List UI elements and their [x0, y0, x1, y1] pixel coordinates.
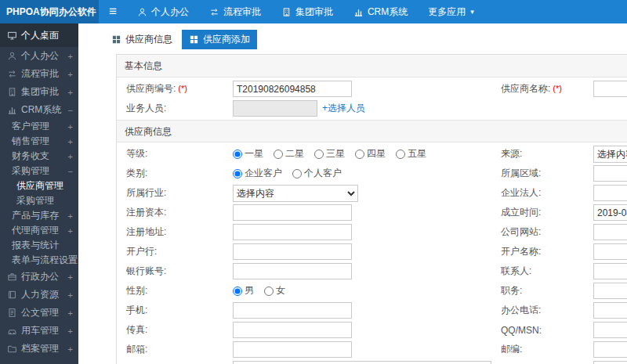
sidebar-item-sales-mgmt[interactable]: 销售管理 + — [0, 134, 78, 149]
gender-option-male[interactable]: 男 — [233, 284, 254, 297]
expand-toggle[interactable]: + — [67, 152, 73, 161]
topnav-crm-system[interactable]: CRM系统 — [343, 0, 418, 23]
caret-down-icon: ▾ — [470, 8, 474, 16]
extra-field[interactable] — [593, 361, 627, 364]
radio-input[interactable] — [274, 150, 283, 159]
grid-icon — [111, 34, 121, 45]
expand-toggle[interactable]: + — [67, 137, 73, 146]
qq-msn-field[interactable] — [593, 322, 627, 338]
topnav-more-apps[interactable]: 更多应用 ▾ — [418, 0, 484, 23]
bank-account-field[interactable] — [233, 263, 352, 279]
industry-select[interactable]: 选择内容 — [233, 185, 358, 202]
sidebar-item-vehicle-mgmt[interactable]: 用车管理 + — [0, 322, 78, 340]
sales-person-field[interactable] — [233, 100, 317, 117]
sidebar-item-agent-mgmt[interactable]: 代理商管理 + — [0, 223, 78, 238]
level-option-5star[interactable]: 五星 — [396, 147, 426, 160]
expand-toggle[interactable]: + — [67, 308, 73, 318]
radio-input[interactable] — [233, 150, 242, 159]
expand-toggle[interactable]: + — [67, 344, 73, 354]
expand-toggle[interactable]: + — [67, 326, 73, 336]
sidebar-item-archive-mgmt[interactable]: 档案管理 + — [0, 340, 78, 358]
bank-field[interactable] — [233, 243, 352, 260]
expand-toggle[interactable]: + — [67, 272, 73, 282]
office-phone-label: 办公电话: — [501, 305, 541, 315]
fax-field[interactable] — [233, 322, 352, 338]
sidebar-label: 采购管理 — [16, 194, 54, 207]
level-option-2star[interactable]: 二星 — [274, 147, 304, 160]
topnav-group-approval[interactable]: 集团审批 — [271, 0, 343, 23]
radio-input[interactable] — [233, 169, 242, 178]
collapse-toggle[interactable]: − — [67, 106, 73, 115]
sidebar-item-admin-office[interactable]: 行政办公 + — [0, 268, 78, 286]
sidebar-item-customer-mgmt[interactable]: 客户管理 + — [0, 119, 78, 134]
account-name-field[interactable] — [593, 243, 627, 260]
expand-toggle[interactable]: + — [67, 52, 73, 61]
sidebar-item-supplier-mgmt[interactable]: 供应商管理 — [0, 178, 78, 193]
radio-input[interactable] — [233, 287, 242, 296]
sidebar-item-personal-office[interactable]: 个人办公 + — [0, 47, 78, 65]
founded-date-field[interactable] — [593, 204, 627, 221]
required-mark: (*) — [178, 84, 187, 93]
expand-toggle[interactable]: + — [67, 226, 73, 236]
expand-toggle[interactable]: + — [67, 290, 73, 300]
topnav-workflow-approval[interactable]: 流程审批 — [199, 0, 271, 23]
user-icon — [7, 51, 17, 61]
gender-radio-group: 男 女 — [233, 284, 501, 297]
tab-supplier-add[interactable]: 供应商添加 — [182, 30, 257, 49]
sidebar-label: 档案管理 — [21, 342, 59, 355]
topnav-label: 流程审批 — [223, 5, 261, 19]
email-field[interactable] — [233, 341, 352, 358]
contact-field[interactable] — [593, 263, 627, 279]
sidebar-item-document-mgmt[interactable]: 公文管理 + — [0, 304, 78, 322]
category-option-company[interactable]: 企业客户 — [233, 167, 282, 180]
level-option-1star[interactable]: 一星 — [233, 147, 263, 160]
form-row: 业务人员: +选择人员 — [117, 99, 627, 118]
website-field[interactable] — [593, 224, 627, 240]
gender-option-female[interactable]: 女 — [264, 284, 285, 297]
sidebar-item-form-flow-settings[interactable]: 表单与流程设置 + — [0, 253, 78, 268]
supplier-no-field[interactable] — [233, 81, 352, 97]
sidebar-item-group-approval[interactable]: 集团审批 + — [0, 83, 78, 101]
zip-field[interactable] — [593, 341, 627, 358]
expand-toggle[interactable]: + — [67, 211, 73, 221]
category-radio-group: 企业客户 个人客户 — [233, 167, 501, 180]
collapse-toggle[interactable]: − — [67, 167, 73, 176]
legal-person-field[interactable] — [593, 185, 627, 201]
expand-toggle[interactable]: + — [67, 88, 73, 97]
source-select[interactable]: 选择内容 — [593, 146, 627, 163]
reg-address-field[interactable] — [233, 224, 352, 240]
sidebar-label: 代理商管理 — [12, 224, 59, 237]
sidebar-item-crm-system[interactable]: CRM系统 − — [0, 101, 78, 119]
expand-toggle[interactable]: + — [67, 70, 73, 79]
expand-toggle[interactable]: + — [67, 122, 73, 132]
radio-input[interactable] — [292, 169, 302, 178]
tab-supplier-info[interactable]: 供应商信息 — [104, 30, 179, 49]
level-option-3star[interactable]: 三星 — [314, 147, 345, 160]
mobile-field[interactable] — [233, 302, 352, 319]
sidebar-item-purchasing[interactable]: 采购管理 — [0, 193, 78, 208]
legal-person-label: 企业法人: — [501, 187, 541, 198]
region-field[interactable] — [593, 165, 627, 182]
sidebar-item-hr[interactable]: 人力资源 + — [0, 286, 78, 304]
level-option-4star[interactable]: 四星 — [355, 147, 386, 160]
choose-person-link[interactable]: +选择人员 — [322, 102, 365, 115]
sidebar-item-purchase-mgmt[interactable]: 采购管理 − — [0, 164, 78, 178]
radio-input[interactable] — [314, 150, 324, 159]
reg-capital-field[interactable] — [233, 204, 352, 221]
sidebar-item-workflow-approval[interactable]: 流程审批 + — [0, 65, 78, 83]
category-option-personal[interactable]: 个人客户 — [292, 167, 342, 180]
address-field[interactable] — [233, 361, 491, 364]
topnav-personal-office[interactable]: 个人办公 — [127, 0, 199, 23]
sidebar-item-product-inventory[interactable]: 产品与库存 + — [0, 208, 78, 223]
radio-input[interactable] — [264, 287, 274, 296]
radio-input[interactable] — [355, 150, 364, 159]
supplier-name-field[interactable] — [593, 81, 627, 97]
hamburger-menu-icon[interactable]: ≡ — [99, 0, 127, 23]
radio-input[interactable] — [396, 150, 405, 159]
office-phone-field[interactable] — [593, 302, 627, 319]
sidebar-label: 人力资源 — [21, 288, 59, 301]
sidebar-item-reports[interactable]: 报表与统计 — [0, 238, 78, 253]
position-field[interactable] — [593, 283, 627, 299]
sidebar-item-finance[interactable]: 财务收支 + — [0, 149, 78, 164]
sidebar-item-personal-desktop[interactable]: 个人桌面 — [0, 23, 78, 47]
